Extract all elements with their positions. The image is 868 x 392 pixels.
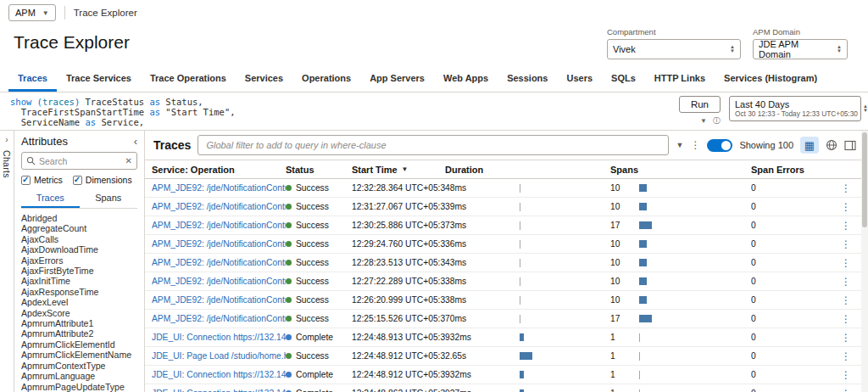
service-operation-link[interactable]: JDE_UI: Connection https://132.145.... xyxy=(152,370,286,379)
attribute-list-item[interactable]: ApmrumLanguage xyxy=(21,371,137,381)
column-header-duration[interactable]: Duration xyxy=(445,165,610,175)
attribute-list-item[interactable]: ApdexScore xyxy=(21,308,137,318)
row-menu-icon[interactable]: ⋮ xyxy=(836,276,856,288)
attribute-list-item[interactable]: ApmrumContextType xyxy=(21,361,137,371)
row-menu-icon[interactable]: ⋮ xyxy=(836,388,856,392)
status-dot-icon xyxy=(286,241,292,247)
expand-charts-chevron-icon[interactable]: › xyxy=(5,135,8,144)
view-tab[interactable]: Services (Histogram) xyxy=(715,66,826,92)
service-operation-link[interactable]: APM_JDE92: /jde/NotificationControll... xyxy=(152,277,286,286)
attribute-search-input[interactable] xyxy=(39,156,122,166)
row-menu-icon[interactable]: ⋮ xyxy=(836,201,856,213)
row-menu-icon[interactable]: ⋮ xyxy=(836,257,856,269)
table-row: JDE_UI: Page Load /studio/home.html Succ… xyxy=(145,347,868,366)
collapse-panel-chevron-icon[interactable]: ‹ xyxy=(134,137,137,146)
attribute-list-item[interactable]: AjaxCalls xyxy=(21,234,137,244)
service-operation-link[interactable]: APM_JDE92: /jde/NotificationControll... xyxy=(152,295,286,305)
span-errors-cell: 0 xyxy=(751,202,836,211)
service-operation-link[interactable]: APM_JDE92: /jde/NotificationControll... xyxy=(152,221,286,230)
view-tab[interactable]: Trace Operations xyxy=(141,66,236,92)
duration-cell: 38ms xyxy=(445,295,610,305)
time-range-selector[interactable]: Last 40 Days Oct 30 12:33 - Today 12:33 … xyxy=(729,96,861,121)
apm-domain-select[interactable]: JDE APM Domain ▲▼ xyxy=(753,39,848,59)
attribute-list-item[interactable]: ApmrumPageUpdateType xyxy=(21,382,137,392)
scrollbar-thumb[interactable] xyxy=(862,132,867,227)
attribute-scope-tab[interactable]: Spans xyxy=(80,190,138,208)
attribute-list-item[interactable]: ApdexLevel xyxy=(21,297,137,307)
filter-dropdown-chevron-icon[interactable]: ▼ xyxy=(676,141,683,149)
attribute-list-item[interactable]: AggregateCount xyxy=(21,223,137,233)
attribute-list-item[interactable]: AjaxDownloadTime xyxy=(21,244,137,255)
table-row: APM_JDE92: /jde/NotificationControll... … xyxy=(145,310,868,328)
service-operation-link[interactable]: APM_JDE92: /jde/NotificationControll... xyxy=(152,239,286,249)
service-operation-link[interactable]: JDE_UI: Connection https://132.145.... xyxy=(152,389,286,392)
service-operation-link[interactable]: JDE_UI: Page Load /studio/home.html xyxy=(152,351,286,361)
attributes-header: Attributes ‹ xyxy=(21,135,137,148)
row-menu-icon[interactable]: ⋮ xyxy=(836,220,856,232)
column-header-status[interactable]: Status xyxy=(286,165,352,175)
vertical-scrollbar[interactable] xyxy=(861,131,868,392)
row-menu-icon[interactable]: ⋮ xyxy=(836,369,856,381)
attribute-list-item[interactable]: AjaxInitTime xyxy=(21,276,137,286)
spans-bar xyxy=(639,371,640,379)
attribute-filter-checkbox[interactable]: Metrics xyxy=(21,175,63,185)
row-menu-icon[interactable]: ⋮ xyxy=(836,332,856,344)
column-header-start-time[interactable]: Start Time▼ xyxy=(352,165,445,175)
row-menu-icon[interactable]: ⋮ xyxy=(836,350,856,362)
row-menu-icon[interactable]: ⋮ xyxy=(836,182,856,194)
view-tab[interactable]: Users xyxy=(557,66,602,92)
toolbar-menu-icon[interactable]: ⋮ xyxy=(690,139,700,151)
view-tab[interactable]: HTTP Links xyxy=(645,66,715,92)
attribute-list-item[interactable]: ApmrumAttribute1 xyxy=(21,318,137,328)
collapse-query-chevron-icon[interactable]: ▼ xyxy=(700,117,707,125)
results-toggle[interactable] xyxy=(707,139,732,152)
row-menu-icon[interactable]: ⋮ xyxy=(836,313,856,325)
column-header-service[interactable]: Service: Operation xyxy=(152,165,286,175)
view-tab[interactable]: Sessions xyxy=(498,66,557,92)
attribute-list-item[interactable]: ApmrumClickElementName xyxy=(21,350,137,360)
attribute-list-item[interactable]: AjaxErrors xyxy=(21,255,137,266)
service-operation-link[interactable]: APM_JDE92: /jde/NotificationControll... xyxy=(152,183,286,193)
attribute-list-item[interactable]: Abridged xyxy=(21,213,137,223)
geo-view-button[interactable] xyxy=(826,139,837,151)
attribute-list-item[interactable]: AjaxResponseTime xyxy=(21,287,137,297)
service-operation-link[interactable]: JDE_UI: Connection https://132.145.... xyxy=(152,333,286,342)
table-view-button[interactable]: ▦ xyxy=(800,137,819,154)
column-header-span-errors[interactable]: Span Errors xyxy=(751,165,836,175)
view-tab[interactable]: Operations xyxy=(292,66,360,92)
row-menu-icon[interactable]: ⋮ xyxy=(836,238,856,250)
attribute-list-item[interactable]: AjaxFirstByteTime xyxy=(21,266,137,276)
query-text[interactable]: show (traces) TraceStatus as Status, Tra… xyxy=(10,96,670,127)
app-switcher-select[interactable]: APM ▼ xyxy=(8,4,56,21)
duration-cell: 932ms xyxy=(445,370,610,379)
attribute-filter-checkbox[interactable]: Dimensions xyxy=(73,175,132,185)
view-tab[interactable]: SQLs xyxy=(602,66,645,92)
info-icon[interactable]: ⓘ xyxy=(713,115,721,126)
global-filter-input[interactable] xyxy=(198,135,669,155)
view-tab[interactable]: Services xyxy=(236,66,292,92)
divider xyxy=(64,6,65,20)
attribute-list-item[interactable]: ApmrumClickElementId xyxy=(21,339,137,350)
view-tab[interactable]: Trace Services xyxy=(57,66,141,92)
compartment-select[interactable]: Vivek ▲▼ xyxy=(607,39,741,59)
service-operation-link[interactable]: APM_JDE92: /jde/NotificationControll... xyxy=(152,258,286,267)
status-label: Success xyxy=(296,183,329,193)
view-tab[interactable]: App Servers xyxy=(360,66,434,92)
view-tab[interactable]: Traces xyxy=(8,66,57,92)
duration-bar xyxy=(520,184,520,193)
duration-cell: 2.65s xyxy=(445,351,610,361)
spans-value: 10 xyxy=(610,239,639,249)
attribute-list-item[interactable]: ApmrumAttribute2 xyxy=(21,328,137,339)
row-menu-icon[interactable]: ⋮ xyxy=(836,294,856,306)
view-tab[interactable]: Web Apps xyxy=(434,66,498,92)
service-operation-link[interactable]: APM_JDE92: /jde/NotificationControll... xyxy=(152,314,286,323)
attribute-scope-tab[interactable]: Traces xyxy=(21,190,80,208)
charts-rail[interactable]: › Charts xyxy=(0,131,14,392)
duration-bar xyxy=(520,240,520,249)
duration-bar xyxy=(520,352,532,360)
column-header-spans[interactable]: Spans xyxy=(610,165,751,175)
clear-search-icon[interactable]: ✕ xyxy=(125,156,132,165)
panel-layout-button[interactable] xyxy=(844,140,856,151)
run-button[interactable]: Run xyxy=(679,96,721,113)
service-operation-link[interactable]: APM_JDE92: /jde/NotificationControll... xyxy=(152,202,286,211)
